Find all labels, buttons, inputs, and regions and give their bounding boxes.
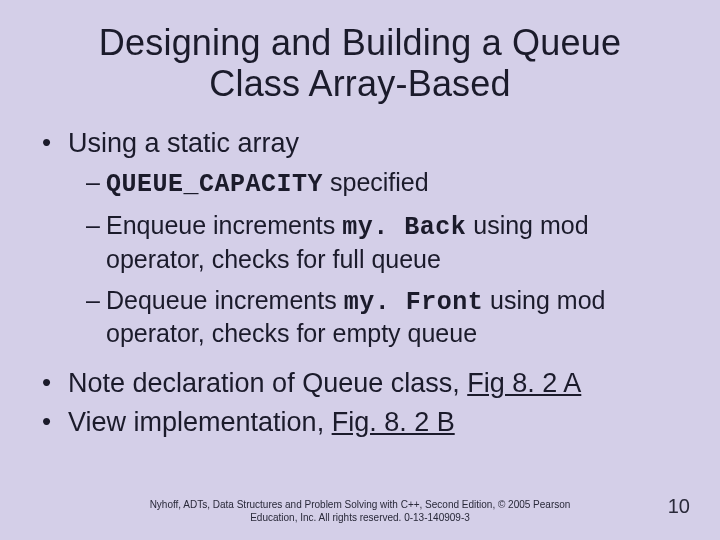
slide: Designing and Building a Queue Class Arr… xyxy=(0,0,720,540)
bullet-item: View implementation, Fig. 8. 2 B xyxy=(42,406,684,438)
sub-bullet-item: Dequeue increments my. Front using mod o… xyxy=(86,285,684,350)
code-text: my. Front xyxy=(344,288,484,317)
plain-text: View implementation, xyxy=(68,407,332,437)
title-line-1: Designing and Building a Queue xyxy=(99,22,621,63)
slide-title: Designing and Building a Queue Class Arr… xyxy=(36,22,684,105)
footer-line: Nyhoff, ADTs, Data Structures and Proble… xyxy=(150,499,571,510)
plain-text: specified xyxy=(323,168,429,196)
title-line-2: Class Array-Based xyxy=(209,63,511,104)
bullet-item: Using a static array QUEUE_CAPACITY spec… xyxy=(42,127,684,350)
plain-text: Enqueue increments xyxy=(106,211,342,239)
plain-text: Dequeue increments xyxy=(106,286,344,314)
plain-text: Note declaration of Queue class, xyxy=(68,368,467,398)
bullet-item: Note declaration of Queue class, Fig 8. … xyxy=(42,367,684,399)
page-number: 10 xyxy=(668,495,690,518)
bullet-list: Using a static array QUEUE_CAPACITY spec… xyxy=(36,127,684,438)
code-text: my. Back xyxy=(342,213,466,242)
footer-credit: Nyhoff, ADTs, Data Structures and Proble… xyxy=(0,499,720,524)
figure-link[interactable]: Fig 8. 2 A xyxy=(467,368,581,398)
figure-link[interactable]: Fig. 8. 2 B xyxy=(332,407,455,437)
sub-bullet-list: QUEUE_CAPACITY specified Enqueue increme… xyxy=(68,167,684,349)
code-text: QUEUE_CAPACITY xyxy=(106,170,323,199)
footer-line: Education, Inc. All rights reserved. 0-1… xyxy=(250,512,470,523)
bullet-text: Using a static array xyxy=(68,128,299,158)
sub-bullet-item: QUEUE_CAPACITY specified xyxy=(86,167,684,200)
sub-bullet-item: Enqueue increments my. Back using mod op… xyxy=(86,210,684,275)
